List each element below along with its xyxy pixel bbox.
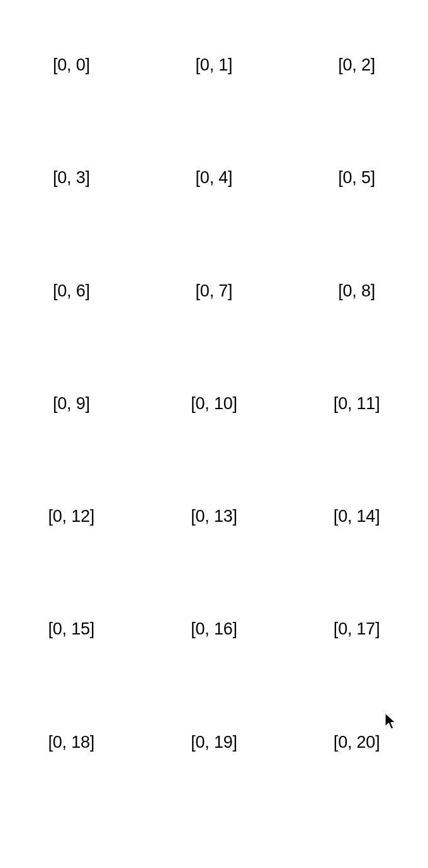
grid-cell[interactable]: [0, 9] xyxy=(0,394,143,507)
grid-cell[interactable]: [0, 13] xyxy=(143,507,286,619)
grid-cell[interactable]: [0, 0] xyxy=(0,55,143,168)
grid-cell[interactable]: [0, 1] xyxy=(143,55,286,168)
grid-cell[interactable]: [0, 11] xyxy=(285,394,428,507)
grid-cell[interactable]: [0, 18] xyxy=(0,733,143,845)
grid-cell[interactable]: [0, 16] xyxy=(143,619,286,732)
grid-cell[interactable]: [0, 2] xyxy=(285,55,428,168)
grid-cell[interactable]: [0, 15] xyxy=(0,619,143,732)
grid-cell[interactable]: [0, 4] xyxy=(143,168,286,281)
grid-cell[interactable]: [0, 8] xyxy=(285,281,428,394)
grid-cell[interactable]: [0, 19] xyxy=(143,733,286,845)
grid-cell[interactable]: [0, 6] xyxy=(0,281,143,394)
grid-cell[interactable]: [0, 12] xyxy=(0,507,143,619)
grid-cell[interactable]: [0, 10] xyxy=(143,394,286,507)
grid-cell[interactable]: [0, 5] xyxy=(285,168,428,281)
grid-cell[interactable]: [0, 3] xyxy=(0,168,143,281)
grid-cell[interactable]: [0, 7] xyxy=(143,281,286,394)
grid-cell[interactable]: [0, 20] xyxy=(285,733,428,845)
grid-cell[interactable]: [0, 17] xyxy=(285,619,428,732)
coordinate-grid: [0, 0] [0, 1] [0, 2] [0, 3] [0, 4] [0, 5… xyxy=(0,0,428,868)
grid-cell[interactable]: [0, 14] xyxy=(285,507,428,619)
